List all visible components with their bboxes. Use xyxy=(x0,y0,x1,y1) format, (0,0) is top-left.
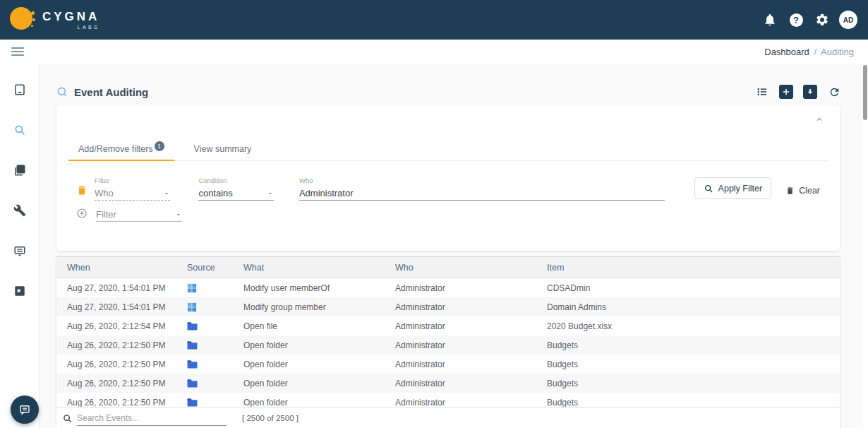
apply-filter-button[interactable]: Apply Filter xyxy=(694,177,772,199)
table-body: Aug 27, 2020, 1:54:01 PM Modify user mem… xyxy=(56,278,840,407)
folder-icon xyxy=(187,398,198,407)
user-avatar[interactable]: AD xyxy=(838,10,858,30)
settings-box-icon xyxy=(13,285,26,297)
chat-fab-button[interactable] xyxy=(11,396,39,424)
search-events-input[interactable] xyxy=(77,411,227,426)
table-row[interactable]: Aug 26, 2020, 2:12:50 PM Open folder Adm… xyxy=(56,335,840,355)
console-icon xyxy=(13,244,26,257)
cygna-labs-logo[interactable]: CYGNA LABS xyxy=(10,7,100,32)
sidebar-item-reports[interactable] xyxy=(0,156,40,184)
cell-source xyxy=(187,321,243,331)
cell-when: Aug 26, 2020, 2:12:50 PM xyxy=(67,340,187,350)
tab-label: View summary xyxy=(194,144,252,154)
condition-label: Condition xyxy=(198,177,274,184)
table-row[interactable]: Aug 27, 2020, 1:54:01 PM Modify group me… xyxy=(56,297,840,316)
table-footer: [ 2500 of 2500 ] xyxy=(56,407,840,428)
table-row[interactable]: Aug 26, 2020, 2:12:50 PM Open folder Adm… xyxy=(56,355,840,374)
tab-add-remove-filters[interactable]: Add/Remove filters 1 xyxy=(68,138,174,161)
who-value: Administrator xyxy=(299,188,354,198)
cell-item: Budgets xyxy=(547,379,840,388)
tab-view-summary[interactable]: View summary xyxy=(184,138,262,160)
top-app-bar: CYGNA LABS ? AD xyxy=(0,0,868,40)
wrench-icon xyxy=(13,204,26,217)
breadcrumb-dashboard[interactable]: Dashboard xyxy=(764,47,809,57)
cell-source xyxy=(187,283,243,293)
condition-dropdown[interactable]: Condition contains xyxy=(198,177,274,201)
breadcrumb-separator: / xyxy=(814,47,816,57)
cell-item: CDSADmin xyxy=(547,283,840,293)
settings-gear-icon[interactable] xyxy=(812,10,832,30)
cell-source xyxy=(187,340,243,350)
folder-icon xyxy=(187,359,198,369)
cell-who: Administrator xyxy=(395,302,547,312)
sidebar-item-auditing-search[interactable] xyxy=(0,116,40,144)
cell-who: Administrator xyxy=(395,321,547,331)
filter-tabs: Add/Remove filters 1 View summary xyxy=(68,138,828,161)
condition-value: contains xyxy=(198,188,232,198)
cell-item: Budgets xyxy=(547,359,840,369)
cell-source xyxy=(187,359,243,369)
apply-filter-label: Apply Filter xyxy=(718,184,763,194)
windows-icon xyxy=(187,283,197,293)
notifications-bell-icon[interactable] xyxy=(760,10,780,30)
add-button[interactable] xyxy=(779,85,793,99)
table-row[interactable]: Aug 26, 2020, 2:12:50 PM Open folder Adm… xyxy=(56,393,840,407)
refresh-button[interactable] xyxy=(827,85,841,99)
cell-what: Open folder xyxy=(243,379,395,388)
table-row[interactable]: Aug 26, 2020, 2:12:54 PM Open file Admin… xyxy=(56,316,840,335)
new-filter-dropdown[interactable]: Filter xyxy=(96,208,182,222)
who-label: Who xyxy=(299,177,665,184)
main-content: Event Auditing xyxy=(40,64,862,428)
filter-panel: Add/Remove filters 1 View summary Filter… xyxy=(56,105,840,251)
view-list-icon[interactable] xyxy=(755,85,769,99)
cell-what: Open folder xyxy=(243,340,395,350)
table-row[interactable]: Aug 27, 2020, 1:54:01 PM Modify user mem… xyxy=(56,278,840,297)
cell-when: Aug 27, 2020, 1:54:01 PM xyxy=(67,283,187,293)
sidebar-item-tools[interactable] xyxy=(0,196,40,225)
collapse-panel-chevron-icon[interactable] xyxy=(814,114,824,127)
search-icon xyxy=(62,413,73,424)
col-header-item[interactable]: Item xyxy=(547,263,840,273)
who-value-input[interactable]: Who Administrator xyxy=(299,177,665,201)
cell-who: Administrator xyxy=(395,359,547,369)
remove-filter-trash-icon[interactable] xyxy=(76,184,88,196)
page-scrollbar[interactable] xyxy=(862,64,868,428)
help-glyph: ? xyxy=(793,15,799,25)
documents-icon xyxy=(13,164,26,177)
caret-down-icon xyxy=(175,211,182,218)
filter-field-dropdown[interactable]: Filter Who xyxy=(95,177,170,201)
col-header-what[interactable]: What xyxy=(243,263,395,273)
dashboard-icon xyxy=(13,83,26,96)
folder-icon xyxy=(187,340,198,350)
cell-what: Modify user memberOf xyxy=(243,283,395,293)
sidebar-item-system-settings[interactable] xyxy=(0,277,40,305)
col-header-when[interactable]: When xyxy=(67,263,187,273)
cell-who: Administrator xyxy=(395,283,547,293)
sidebar-item-console[interactable] xyxy=(0,237,40,265)
brand-sub: LABS xyxy=(42,25,100,30)
menu-hamburger-icon[interactable] xyxy=(11,45,24,58)
sidebar-item-dashboard[interactable] xyxy=(0,76,40,104)
filter-count-badge: 1 xyxy=(155,141,164,151)
cell-item: 2020 Budget.xlsx xyxy=(547,321,840,331)
export-button[interactable] xyxy=(803,85,817,99)
result-count: [ 2500 of 2500 ] xyxy=(242,414,299,422)
plus-icon xyxy=(782,88,790,96)
add-filter-plus-icon[interactable] xyxy=(76,208,88,219)
cell-item: Domain Admins xyxy=(547,302,840,312)
cell-source xyxy=(187,379,243,388)
help-icon[interactable]: ? xyxy=(786,10,806,30)
scrollbar-thumb[interactable] xyxy=(863,65,867,120)
col-header-who[interactable]: Who xyxy=(395,263,547,273)
cell-when: Aug 26, 2020, 2:12:50 PM xyxy=(67,359,187,369)
add-filter-row: Filter xyxy=(76,208,182,222)
cell-who: Administrator xyxy=(395,340,547,350)
cygna-logo-icon xyxy=(10,7,35,32)
table-row[interactable]: Aug 26, 2020, 2:12:50 PM Open folder Adm… xyxy=(56,374,840,393)
windows-icon xyxy=(187,302,197,312)
trash-icon xyxy=(785,186,795,196)
cell-what: Open folder xyxy=(243,359,395,369)
clear-filter-button[interactable]: Clear xyxy=(785,186,820,196)
col-header-source[interactable]: Source xyxy=(187,263,243,273)
cell-what: Open folder xyxy=(243,398,395,408)
